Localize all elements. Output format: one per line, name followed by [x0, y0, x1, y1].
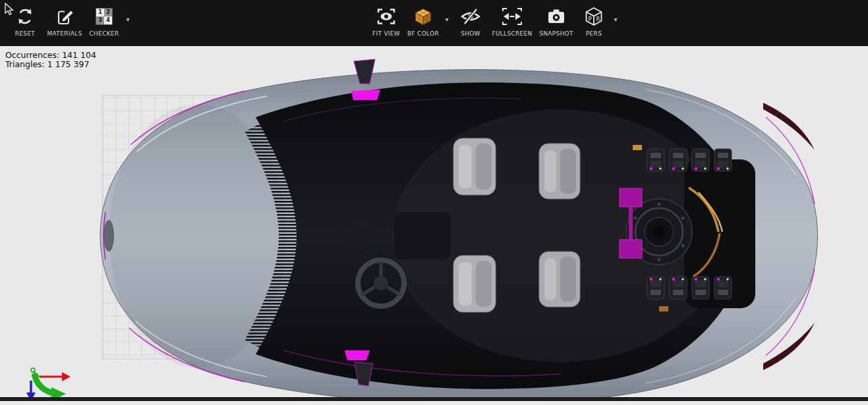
- pers-dropdown-caret[interactable]: ▾: [610, 16, 621, 23]
- seat-rear-right: [539, 252, 580, 307]
- checker-cell-1: 1: [96, 9, 104, 16]
- checker-label: CHECKER: [90, 30, 119, 37]
- checker-dropdown-caret[interactable]: ▾: [123, 16, 133, 23]
- materials-label: MATERIALS: [47, 30, 82, 37]
- bf-color-button[interactable]: BF COLOR: [405, 0, 442, 46]
- bf-color-dropdown-caret[interactable]: ▾: [442, 16, 452, 23]
- pers-label: PERS: [586, 30, 602, 37]
- svg-text:P: P: [589, 16, 592, 22]
- checker-icon: 1 2 3 4: [96, 5, 113, 28]
- perspective-cube-icon: P R: [583, 5, 604, 28]
- checker-button[interactable]: 1 2 3 4 CHECKER: [86, 0, 123, 46]
- axis-gizmo[interactable]: [26, 368, 71, 401]
- bf-color-label: BF COLOR: [407, 30, 439, 37]
- materials-edit-icon: [55, 5, 74, 28]
- model-stats: Occurrences: 141 104 Triangles: 1 175 39…: [5, 51, 96, 68]
- show-label: SHOW: [461, 30, 480, 37]
- show-button[interactable]: SHOW: [452, 0, 489, 46]
- toolbar-group-center: FIT VIEW BF COLOR ▾: [368, 0, 621, 46]
- fit-view-label: FIT VIEW: [372, 30, 400, 37]
- fullscreen-label: FULLSCREEN: [492, 30, 532, 37]
- camera-icon: [546, 5, 567, 28]
- fullscreen-button[interactable]: FULLSCREEN: [489, 0, 535, 46]
- bf-color-cube-icon: [413, 5, 433, 28]
- materials-button[interactable]: MATERIALS: [43, 0, 86, 46]
- eye-slash-icon: [459, 5, 482, 28]
- checker-cell-2: 2: [104, 9, 112, 16]
- axis-x-arrow: [40, 372, 71, 381]
- reset-label: RESET: [15, 30, 35, 37]
- center-console: [394, 212, 451, 259]
- fit-view-icon: [375, 5, 397, 28]
- pers-button[interactable]: P R PERS: [577, 0, 610, 46]
- snapshot-label: SNAPSHOT: [539, 30, 573, 37]
- reset-button[interactable]: RESET: [7, 0, 43, 46]
- seat-rear-left: [539, 144, 580, 199]
- svg-text:R: R: [596, 16, 600, 22]
- snapshot-button[interactable]: SNAPSHOT: [535, 0, 577, 46]
- viewport-3d[interactable]: Occurrences: 141 104 Triangles: 1 175 39…: [0, 46, 868, 401]
- fullscreen-expand-icon: [501, 5, 523, 28]
- toolbar-group-left: RESET MATERIALS 1 2 3 4 CHECKER: [7, 0, 133, 46]
- reset-icon: [15, 5, 35, 28]
- bottom-bar: [0, 397, 868, 401]
- stats-triangles: Triangles: 1 175 397: [5, 60, 96, 69]
- stats-occurrences: Occurrences: 141 104: [5, 51, 96, 60]
- seat-front-right: [453, 256, 496, 312]
- seat-front-left: [453, 138, 496, 195]
- dash-cluster: [352, 223, 369, 249]
- fit-view-button[interactable]: FIT VIEW: [368, 0, 405, 46]
- car-model-scene: [0, 46, 868, 401]
- main-toolbar: RESET MATERIALS 1 2 3 4 CHECKER: [0, 0, 868, 46]
- checker-cell-3: 3: [96, 16, 104, 24]
- checker-cell-4: 4: [104, 16, 112, 24]
